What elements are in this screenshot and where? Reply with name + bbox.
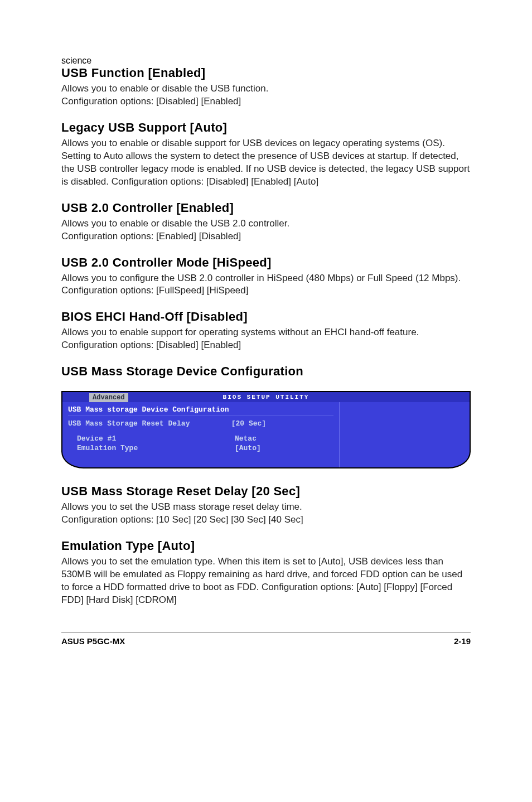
bios-panel-title: USB Mass storage Device Configuration <box>68 404 333 416</box>
heading-usb20-controller: USB 2.0 Controller [Enabled] <box>61 201 471 215</box>
body-emulation: Allows you to set the emulation type. Wh… <box>61 555 471 607</box>
bios-emulation-label: Emulation Type <box>77 444 235 452</box>
heading-reset-delay: USB Mass Storage Reset Delay [20 Sec] <box>61 484 471 499</box>
bios-titlebar-text: BIOS SETUP UTILITY <box>223 394 309 400</box>
bios-panel: BIOS SETUP UTILITY Advanced USB Mass sto… <box>61 391 471 468</box>
bios-device-label: Device #1 <box>77 434 235 443</box>
footer-product: ASUS P5GC-MX <box>61 636 125 646</box>
page-footer: ASUS P5GC-MX 2-19 <box>61 632 471 646</box>
bios-emulation-value: [Auto] <box>235 444 333 452</box>
body-usb-function: Allows you to enable or disable the USB … <box>61 83 471 108</box>
bios-right-pane <box>340 402 470 467</box>
section-reset-delay: USB Mass Storage Reset Delay [20 Sec] Al… <box>61 484 471 526</box>
bios-inner: USB Mass storage Device Configuration US… <box>62 402 470 467</box>
heading-mass-storage-config: USB Mass Storage Device Configuration <box>61 364 471 379</box>
heading-legacy-usb: Legacy USB Support [Auto] <box>61 120 471 135</box>
section-usb20-controller: USB 2.0 Controller [Enabled] Allows you … <box>61 201 471 243</box>
bios-tab-advanced[interactable]: Advanced <box>89 393 128 402</box>
heading-usb-function: USB Function [Enabled] <box>61 66 471 80</box>
heading-usb20-mode: USB 2.0 Controller Mode [HiSpeed] <box>61 255 471 270</box>
body-reset-delay: Allows you to set the USB mass storage r… <box>61 501 471 526</box>
section-emulation: Emulation Type [Auto] Allows you to set … <box>61 539 471 607</box>
body-ehci: Allows you to enable support for operati… <box>61 326 471 352</box>
bios-reset-delay-label: USB Mass Storage Reset Delay <box>68 419 231 428</box>
bios-row-emulation[interactable]: Emulation Type [Auto] <box>77 443 333 453</box>
bios-titlebar: BIOS SETUP UTILITY Advanced <box>62 392 470 402</box>
section-usb20-mode: USB 2.0 Controller Mode [HiSpeed] Allows… <box>61 255 471 298</box>
footer-page-number: 2-19 <box>454 636 471 646</box>
bios-reset-delay-value: [20 Sec] <box>231 419 333 428</box>
bios-row-reset-delay[interactable]: USB Mass Storage Reset Delay [20 Sec] <box>68 419 333 428</box>
section-ehci: BIOS EHCI Hand-Off [Disabled] Allows you… <box>61 310 471 352</box>
section-legacy-usb: Legacy USB Support [Auto] Allows you to … <box>61 120 471 189</box>
body-legacy-usb: Allows you to enable or disable support … <box>61 137 471 189</box>
bios-device-value: Netac <box>235 434 333 443</box>
bios-left-pane: USB Mass storage Device Configuration US… <box>62 402 340 467</box>
section-mass-storage-config: USB Mass Storage Device Configuration <box>61 364 471 379</box>
bios-row-device: Device #1 Netac <box>77 434 333 443</box>
heading-emulation: Emulation Type [Auto] <box>61 539 471 553</box>
heading-ehci: BIOS EHCI Hand-Off [Disabled] <box>61 310 471 324</box>
section-usb-function: USB Function [Enabled] Allows you to ena… <box>61 66 471 108</box>
body-usb20-controller: Allows you to enable or disable the USB … <box>61 218 471 243</box>
body-usb20-mode: Allows you to configure the USB 2.0 cont… <box>61 272 471 298</box>
bios-device-block: Device #1 Netac Emulation Type [Auto] <box>68 434 333 453</box>
